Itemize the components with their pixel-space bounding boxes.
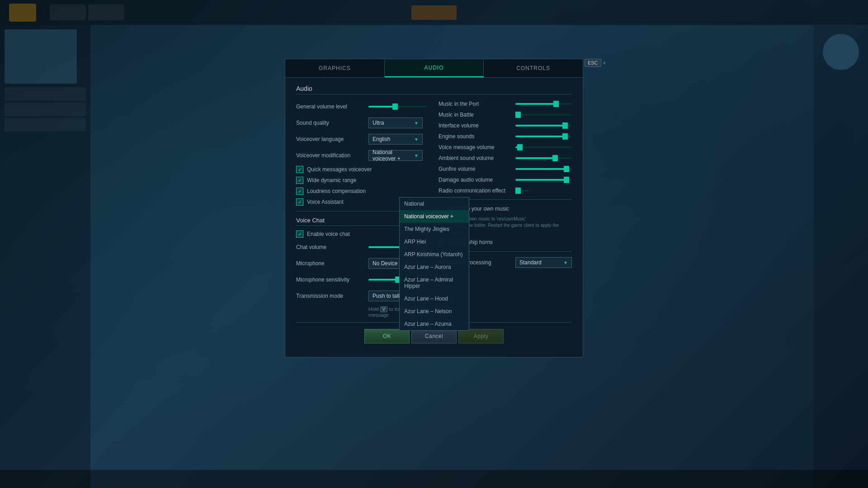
microphone-label: Microphone	[296, 260, 368, 267]
dropdown-option-national-voiceover[interactable]: National voiceover +	[400, 210, 469, 223]
enable-voice-chat-label: Enable voice chat	[307, 231, 350, 237]
wide-dynamic-checkbox[interactable]	[296, 177, 303, 184]
top-nav	[50, 5, 124, 20]
cancel-button[interactable]: Cancel	[411, 329, 457, 343]
ok-button[interactable]: OK	[364, 329, 410, 343]
slider-thumb[interactable]	[552, 155, 558, 161]
slider-thumb[interactable]	[515, 112, 521, 118]
radio-comm-slider[interactable]	[515, 190, 529, 192]
quick-messages-row: Quick messages voiceover	[296, 166, 436, 173]
tab-graphics[interactable]: GRAPHICS	[285, 59, 385, 77]
radio-comm-row: Radio communication effect	[439, 188, 572, 194]
player-avatar	[5, 29, 77, 84]
ambient-sound-row: Ambient sound volume	[439, 155, 572, 161]
slider-fill	[368, 246, 404, 248]
slider-thumb[interactable]	[562, 122, 568, 129]
right-sidebar	[814, 25, 868, 488]
transmission-mode-value: Push to talk	[373, 293, 401, 299]
wide-dynamic-label: Wide dynamic range	[307, 177, 356, 183]
slider-fill	[515, 157, 555, 159]
engine-sounds-label: Engine sounds	[439, 133, 515, 140]
settings-dialog: GRAPHICS AUDIO CONTROLS Audio General vo…	[285, 59, 583, 357]
voiceover-modification-dropdown-popup: National National voiceover + The Mighty…	[399, 197, 469, 331]
apply-button[interactable]: Apply	[458, 329, 504, 343]
slider-thumb[interactable]	[517, 144, 523, 150]
sidebar-item	[5, 87, 86, 101]
voice-message-slider[interactable]	[515, 146, 572, 148]
microphone-sensitivity-label: Microphone sensitivity	[296, 277, 368, 283]
slider-track	[368, 106, 427, 108]
quick-messages-label: Quick messages voiceover	[307, 166, 372, 173]
voiceover-language-label: Voiceover language	[296, 136, 368, 142]
voice-message-row: Voice message volume	[439, 144, 572, 150]
voiceover-modification-select[interactable]: National voiceover + ▼	[368, 150, 423, 161]
voiceover-language-dropdown[interactable]: English ▼	[368, 134, 436, 145]
quick-messages-checkbox[interactable]	[296, 166, 303, 173]
sidebar-item	[5, 103, 86, 116]
dropdown-option-azur-nelson[interactable]: Azur Lane – Nelson	[400, 305, 469, 318]
slider-thumb[interactable]	[392, 103, 398, 110]
dropdown-option-arp-hiei[interactable]: ARP Hiei	[400, 235, 469, 248]
transmission-key: V	[380, 306, 388, 312]
left-sidebar	[0, 25, 90, 488]
voiceover-modification-dropdown[interactable]: National voiceover + ▼	[368, 150, 436, 161]
slider-fill	[515, 103, 556, 105]
general-volume-row: General volume level	[296, 101, 436, 113]
voiceover-modification-label: Voiceover modification	[296, 152, 368, 159]
dropdown-option-azur-hood[interactable]: Azur Lane – Hood	[400, 292, 469, 305]
loudness-compensation-label: Loudness compensation	[307, 188, 366, 194]
damage-audio-slider[interactable]	[515, 179, 572, 181]
slider-thumb[interactable]	[553, 101, 559, 107]
sound-quality-dropdown[interactable]: Ultra ▼	[368, 117, 436, 128]
dropdown-option-mighty-jingles[interactable]: The Mighty Jingles	[400, 223, 469, 235]
general-volume-slider[interactable]	[368, 106, 436, 108]
voice-assistant-checkbox[interactable]	[296, 198, 303, 206]
voiceover-modification-value: National voiceover +	[373, 149, 414, 162]
slider-fill	[368, 279, 398, 281]
loudness-compensation-row: Loudness compensation	[296, 188, 436, 195]
tab-controls[interactable]: CONTROLS	[484, 59, 583, 77]
top-center-buttons	[411, 5, 457, 20]
dropdown-arrow-icon: ▼	[414, 121, 419, 126]
voice-chat-processing-select[interactable]: Standard ▼	[515, 257, 572, 268]
ambient-sound-slider[interactable]	[515, 157, 572, 159]
music-battle-slider[interactable]	[515, 114, 572, 116]
enable-voice-chat-checkbox[interactable]	[296, 230, 303, 238]
dropdown-option-arp-kirishima[interactable]: ARP Kirishima (Yotaroh)	[400, 248, 469, 261]
sound-quality-select[interactable]: Ultra ▼	[368, 117, 423, 128]
game-logo	[9, 4, 36, 22]
slider-thumb[interactable]	[564, 166, 569, 172]
dropdown-option-azur-aurora[interactable]: Azur Lane – Aurora	[400, 261, 469, 273]
slider-thumb[interactable]	[564, 177, 569, 183]
dropdown-option-national[interactable]: National	[400, 197, 469, 210]
damage-audio-row: Damage audio volume	[439, 177, 572, 183]
dropdown-option-azur-admiral-hipper[interactable]: Azur Lane – Admiral Hipper	[400, 273, 469, 292]
radio-comm-label: Radio communication effect	[439, 188, 515, 194]
close-icon: ×	[603, 60, 606, 66]
slider-thumb[interactable]	[515, 188, 521, 194]
gunfire-volume-label: Gunfire volume	[439, 166, 515, 172]
voiceover-language-row: Voiceover language English ▼	[296, 133, 436, 145]
top-bar	[0, 0, 868, 25]
slider-fill	[368, 106, 395, 108]
dropdown-arrow-icon: ▼	[414, 137, 419, 142]
top-nav-item	[50, 5, 86, 20]
voiceover-modification-row: Voiceover modification National voiceove…	[296, 150, 436, 161]
music-port-label: Music in the Port	[439, 101, 515, 107]
voiceover-language-select[interactable]: English ▼	[368, 134, 423, 145]
esc-close-button[interactable]: ESC ×	[585, 59, 606, 67]
loudness-compensation-checkbox[interactable]	[296, 188, 303, 195]
slider-fill	[515, 125, 565, 127]
tab-audio[interactable]: AUDIO	[385, 59, 484, 77]
general-volume-label: General volume level	[296, 103, 368, 110]
voice-chat-processing-value: Standard	[519, 259, 542, 266]
music-port-slider[interactable]	[515, 103, 572, 105]
gunfire-volume-slider[interactable]	[515, 168, 572, 170]
ambient-sound-label: Ambient sound volume	[439, 155, 515, 161]
interface-volume-slider[interactable]	[515, 125, 572, 127]
music-battle-row: Music in Battle	[439, 112, 572, 118]
dropdown-option-azur-azuma[interactable]: Azur Lane – Azuma	[400, 318, 469, 330]
engine-sounds-row: Engine sounds	[439, 133, 572, 140]
engine-sounds-slider[interactable]	[515, 136, 572, 137]
slider-thumb[interactable]	[562, 133, 568, 140]
